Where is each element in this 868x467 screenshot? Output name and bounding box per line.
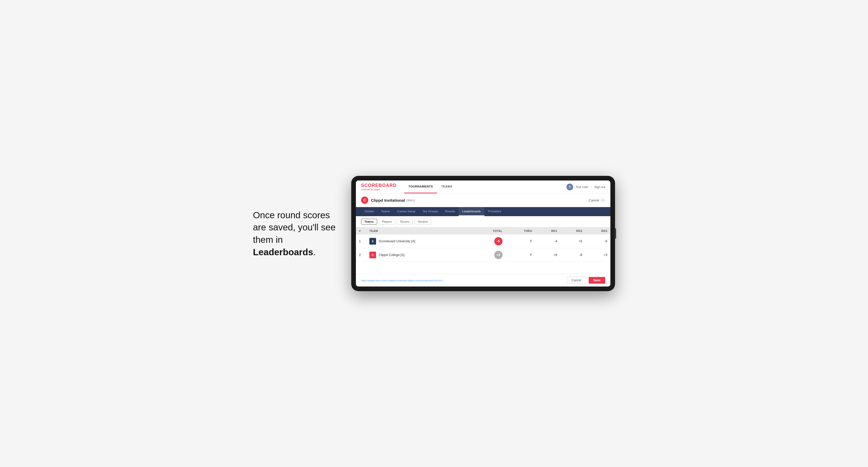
- sidebar-text-suffix: .: [313, 247, 316, 257]
- cancel-x-icon: ✕: [600, 198, 605, 203]
- user-avatar: S: [566, 184, 573, 190]
- col-total: TOTAL: [473, 227, 505, 235]
- sub-nav-printables[interactable]: Printables: [485, 207, 505, 216]
- col-team: TEAM: [366, 227, 473, 235]
- team-logo: S: [369, 238, 376, 245]
- tournament-header: C Clippd Invitational (Men) Cancel ✕: [356, 193, 610, 207]
- main-nav: TOURNAMENTS TEAMS: [404, 181, 566, 193]
- col-rank: #: [356, 227, 366, 235]
- logo-title: SCOREBOARD: [361, 183, 397, 188]
- team-name: Clippd College [A]: [379, 253, 404, 257]
- sub-nav-course-setup[interactable]: Course Setup: [393, 207, 419, 216]
- logo-normal: SCORE: [361, 183, 379, 188]
- cell-rank: 2: [356, 248, 366, 262]
- tablet-power-button: [615, 228, 616, 239]
- col-rd3: RD3: [585, 227, 610, 235]
- logo-subtitle-brand: clippd: [374, 188, 380, 191]
- filter-players[interactable]: Players: [379, 219, 395, 224]
- footer-url: https://stage-blue-coach.stagescoreboard…: [361, 279, 443, 282]
- cell-rd2: -8: [560, 248, 585, 262]
- cell-rd1: -4: [535, 235, 560, 248]
- cell-team: CClippd College [A]: [366, 248, 473, 262]
- tournament-cancel-btn[interactable]: Cancel ✕: [589, 198, 605, 203]
- sub-nav-details[interactable]: Details: [361, 207, 377, 216]
- col-rd1: RD1: [535, 227, 560, 235]
- cell-rd3: +3: [585, 248, 610, 262]
- logo-area: SCOREBOARD Powered by clippd: [361, 183, 397, 191]
- cell-thru: F: [506, 235, 535, 248]
- cell-rd3: -6: [585, 235, 610, 248]
- nav-tournaments[interactable]: TOURNAMENTS: [404, 181, 437, 193]
- filter-bar: Teams Players Scores Strokes: [356, 216, 610, 227]
- table-row: 2CClippd College [A]+3F+8-8+3: [356, 248, 610, 262]
- header-right: S Test User | Sign out: [566, 184, 605, 190]
- tablet-screen: SCOREBOARD Powered by clippd TOURNAMENTS…: [356, 181, 610, 286]
- sub-nav-teams[interactable]: Teams: [377, 207, 393, 216]
- sidebar-text-line1: Once round scores are saved, you'll see …: [253, 210, 336, 245]
- pipe-divider: |: [591, 185, 592, 188]
- filter-strokes[interactable]: Strokes: [414, 219, 431, 224]
- tablet-device: SCOREBOARD Powered by clippd TOURNAMENTS…: [351, 176, 615, 291]
- sidebar-description: Once round scores are saved, you'll see …: [253, 209, 336, 258]
- cell-total: -5: [473, 235, 505, 248]
- score-badge: +3: [494, 251, 502, 259]
- sub-nav-leaderboards[interactable]: Leaderboards: [459, 207, 484, 216]
- cell-total: +3: [473, 248, 505, 262]
- cell-rd2: +5: [560, 235, 585, 248]
- table-row: 1SScoreboard University [A]-5F-4+5-6: [356, 235, 610, 248]
- cell-thru: F: [506, 248, 535, 262]
- footer-cancel-btn[interactable]: Cancel: [567, 277, 586, 284]
- sign-out-link[interactable]: Sign out: [594, 185, 605, 188]
- cell-rd1: +8: [535, 248, 560, 262]
- table-header-row: # TEAM TOTAL THRU RD1 RD2 RD3: [356, 227, 610, 235]
- content-area: # TEAM TOTAL THRU RD1 RD2 RD3 1SScoreboa…: [356, 227, 610, 274]
- filter-scores[interactable]: Scores: [397, 219, 413, 224]
- score-badge: -5: [494, 237, 502, 245]
- sub-nav: Details Teams Course Setup Tee Groups Re…: [356, 207, 610, 216]
- nav-teams[interactable]: TEAMS: [437, 181, 457, 193]
- sidebar-text-line2: Leaderboards: [253, 247, 313, 257]
- footer-save-btn[interactable]: Save: [589, 277, 605, 284]
- tournament-title: Clippd Invitational: [371, 198, 405, 203]
- logo-subtitle-normal: Powered by: [361, 188, 374, 191]
- filter-teams[interactable]: Teams: [361, 219, 377, 224]
- leaderboard-table: # TEAM TOTAL THRU RD1 RD2 RD3 1SScoreboa…: [356, 227, 610, 262]
- logo-subtitle: Powered by clippd: [361, 188, 397, 191]
- app-footer: https://stage-blue-coach.stagescoreboard…: [356, 274, 610, 286]
- app-header: SCOREBOARD Powered by clippd TOURNAMENTS…: [356, 181, 610, 193]
- col-rd2: RD2: [560, 227, 585, 235]
- cell-rank: 1: [356, 235, 366, 248]
- user-name: Test User: [576, 185, 588, 188]
- col-thru: THRU: [506, 227, 535, 235]
- logo-highlight: BOARD: [379, 183, 397, 188]
- tournament-gender: (Men): [407, 198, 415, 202]
- sub-nav-tee-groups[interactable]: Tee Groups: [419, 207, 442, 216]
- table-body: 1SScoreboard University [A]-5F-4+5-62CCl…: [356, 235, 610, 262]
- cancel-label: Cancel: [589, 198, 599, 202]
- sub-nav-results[interactable]: Results: [441, 207, 459, 216]
- cell-team: SScoreboard University [A]: [366, 235, 473, 248]
- team-name: Scoreboard University [A]: [379, 240, 415, 243]
- tournament-icon: C: [361, 196, 368, 204]
- team-logo: C: [369, 252, 376, 258]
